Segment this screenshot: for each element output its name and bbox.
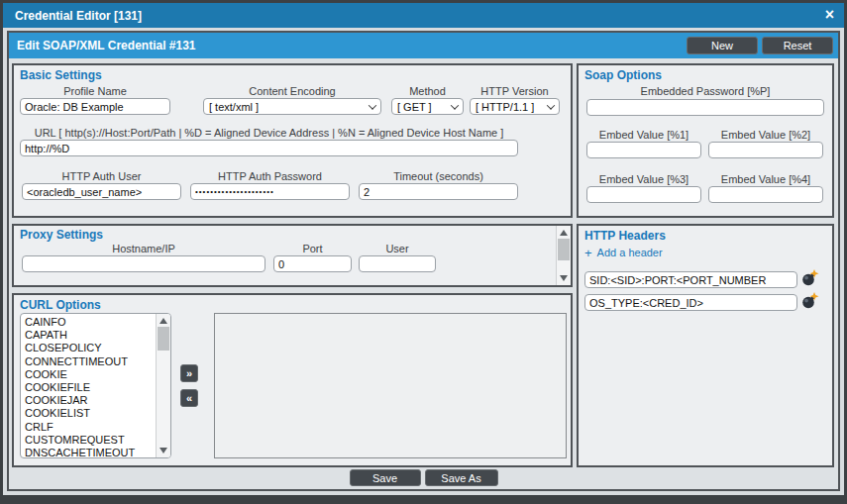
profile-name-input[interactable] [20, 98, 170, 115]
embed-value-3-label: Embed Value [%3] [586, 173, 701, 185]
footer-actions: Save Save As [9, 469, 838, 486]
url-input[interactable] [20, 140, 518, 156]
content-encoding-select[interactable]: [ text/xml ] [203, 98, 381, 115]
scrollbar-thumb[interactable] [158, 327, 169, 351]
scroll-down-icon[interactable] [560, 275, 568, 281]
proxy-settings-panel: Proxy Settings Hostname/IP Port User [12, 224, 573, 287]
proxy-port-label: Port [273, 243, 352, 254]
content-encoding-label: Content Encoding [203, 85, 381, 97]
soap-options-panel: Soap Options Embedded Password [%P] Embe… [577, 63, 834, 218]
list-item[interactable]: CLOSEPOLICY [25, 342, 153, 354]
list-item[interactable]: CONNECTTIMEOUT [25, 355, 153, 368]
window-title: Credential Editor [131] [15, 9, 142, 23]
timeout-label: Timeout (seconds) [359, 170, 518, 182]
embed-value-1-label: Embed Value [%1] [586, 129, 701, 141]
move-left-button[interactable]: « [180, 389, 198, 407]
http-version-value: [ HTTP/1.1 ] [476, 101, 534, 113]
http-header-input[interactable] [584, 271, 797, 288]
basic-settings-title: Basic Settings [20, 68, 102, 82]
list-item[interactable]: COOKIEFILE [25, 381, 153, 394]
scroll-up-icon[interactable] [159, 318, 167, 324]
curl-selected-options-box[interactable] [214, 313, 567, 458]
title-bar: Credential Editor [131] × [3, 3, 844, 28]
list-item[interactable]: CRLF [25, 421, 153, 434]
http-auth-password-input[interactable] [190, 183, 350, 200]
chevron-down-icon [369, 101, 376, 109]
soap-options-title: Soap Options [584, 68, 662, 82]
add-header-link[interactable]: + Add a header [584, 247, 663, 258]
credential-editor-body: Edit SOAP/XML Credential #131 New Reset … [7, 31, 840, 491]
curl-options-title: CURL Options [20, 298, 101, 312]
curl-options-panel: CURL Options CAINFO CAPATH CLOSEPOLICY C… [12, 293, 573, 467]
proxy-user-label: User [359, 243, 436, 254]
embed-value-1-input[interactable] [586, 142, 701, 158]
proxy-user-input[interactable] [359, 255, 436, 272]
proxy-hostname-label: Hostname/IP [22, 243, 265, 254]
add-header-label: Add a header [597, 247, 663, 258]
list-item[interactable]: COOKIEJAR [25, 394, 153, 407]
list-item[interactable]: CAPATH [25, 329, 153, 342]
content-encoding-value: [ text/xml ] [209, 101, 259, 113]
proxy-settings-title: Proxy Settings [20, 228, 103, 242]
chevron-down-icon [547, 101, 555, 109]
reset-button[interactable]: Reset [762, 37, 833, 54]
embed-value-2-input[interactable] [708, 142, 823, 158]
curl-options-list[interactable]: CAINFO CAPATH CLOSEPOLICY CONNECTTIMEOUT… [20, 313, 171, 458]
list-item[interactable]: DNSCACHETIMEOUT [25, 447, 153, 458]
save-button[interactable]: Save [350, 469, 421, 486]
bomb-icon[interactable] [801, 269, 819, 286]
http-auth-user-label: HTTP Auth User [22, 170, 181, 182]
http-header-input[interactable] [584, 294, 797, 311]
new-button[interactable]: New [687, 37, 758, 54]
http-auth-user-input[interactable] [22, 183, 181, 200]
editor-title: Edit SOAP/XML Credential #131 [17, 39, 196, 52]
list-item[interactable]: CUSTOMREQUEST [25, 434, 153, 447]
bomb-icon[interactable] [801, 292, 819, 309]
embed-value-3-input[interactable] [586, 186, 701, 203]
scroll-up-icon[interactable] [560, 230, 568, 236]
list-item[interactable]: CAINFO [25, 316, 153, 329]
list-item[interactable]: COOKIELIST [25, 407, 153, 420]
move-right-button[interactable]: » [180, 364, 198, 382]
timeout-input[interactable] [359, 183, 518, 200]
proxy-scrollbar[interactable] [556, 226, 571, 285]
save-as-button[interactable]: Save As [425, 469, 498, 486]
embedded-password-label: Embedded Password [%P] [586, 85, 824, 97]
embed-value-4-label: Embed Value [%4] [708, 173, 823, 185]
scroll-down-icon[interactable] [159, 448, 167, 454]
proxy-port-input[interactable] [273, 255, 352, 272]
http-version-label: HTTP Version [470, 85, 560, 97]
method-value: [ GET ] [397, 101, 432, 113]
basic-settings-panel: Basic Settings Profile Name Content Enco… [12, 63, 573, 218]
http-headers-title: HTTP Headers [584, 229, 666, 243]
url-label: URL [ http(s)://Host:Port/Path | %D = Al… [20, 127, 518, 139]
profile-name-label: Profile Name [20, 85, 170, 97]
embed-value-4-input[interactable] [708, 186, 823, 203]
curl-list-scrollbar[interactable] [156, 314, 170, 457]
editor-header: Edit SOAP/XML Credential #131 New Reset [9, 33, 838, 58]
embedded-password-input[interactable] [586, 99, 824, 116]
proxy-hostname-input[interactable] [22, 255, 265, 272]
scrollbar-thumb[interactable] [558, 239, 570, 260]
close-icon[interactable]: × [825, 6, 834, 24]
chevron-down-icon [451, 101, 459, 109]
list-item[interactable]: COOKIE [25, 368, 153, 381]
method-label: Method [391, 85, 464, 97]
http-headers-panel: HTTP Headers + Add a header [577, 224, 834, 467]
embed-value-2-label: Embed Value [%2] [708, 129, 823, 141]
plus-icon: + [584, 248, 592, 258]
http-version-select[interactable]: [ HTTP/1.1 ] [470, 98, 560, 115]
http-auth-password-label: HTTP Auth Password [190, 170, 350, 182]
method-select[interactable]: [ GET ] [391, 98, 464, 115]
